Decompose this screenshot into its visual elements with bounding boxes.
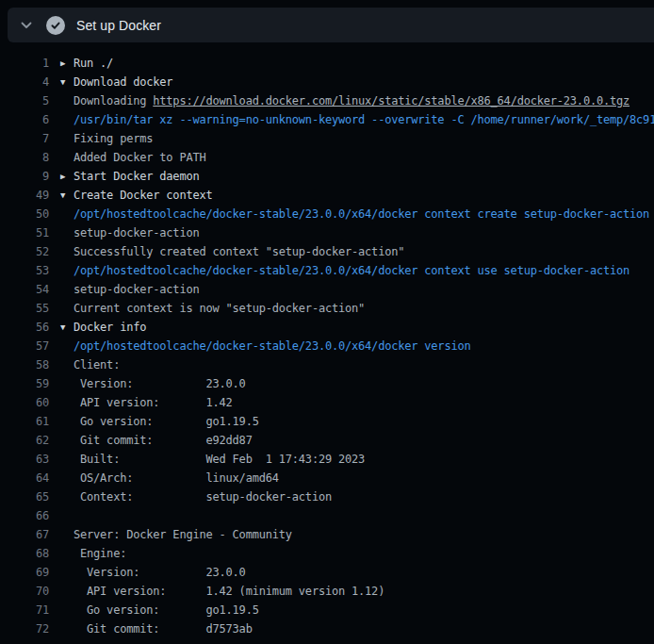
log-text-segment: Added Docker to PATH bbox=[74, 151, 206, 164]
line-number[interactable]: 8 bbox=[0, 151, 49, 164]
line-number[interactable]: 1 bbox=[0, 57, 49, 70]
line-number[interactable]: 50 bbox=[0, 207, 49, 221]
log-row: 64 OS/Arch: linux/amd64 bbox=[0, 469, 654, 487]
log-text-segment: /opt/hostedtoolcache/docker-stable/23.0.… bbox=[74, 339, 470, 353]
line-text: /opt/hostedtoolcache/docker-stable/23.0.… bbox=[49, 339, 470, 353]
line-text: Go version: go1.19.5 bbox=[49, 415, 259, 428]
line-number[interactable]: 52 bbox=[0, 245, 49, 258]
line-number[interactable]: 6 bbox=[0, 113, 49, 126]
log-text-segment: Start Docker daemon bbox=[74, 170, 199, 183]
line-text: Client: bbox=[49, 358, 120, 372]
line-number[interactable]: 51 bbox=[0, 226, 49, 239]
collapse-arrow-icon[interactable]: ▼ bbox=[60, 190, 74, 200]
line-text: Added Docker to PATH bbox=[49, 151, 206, 164]
line-text: Git commit: d7573ab bbox=[49, 622, 253, 636]
collapse-arrow-icon[interactable]: ▼ bbox=[60, 77, 74, 87]
expand-arrow-icon[interactable]: ▶ bbox=[60, 58, 74, 68]
log-url-link[interactable]: https://download.docker.com/linux/static… bbox=[153, 94, 629, 107]
line-text: Current context is now "setup-docker-act… bbox=[49, 302, 365, 315]
line-text: ▼Docker info bbox=[49, 321, 146, 334]
log-row: 55Current context is now "setup-docker-a… bbox=[0, 299, 654, 318]
line-number[interactable]: 57 bbox=[0, 339, 49, 353]
line-number[interactable]: 54 bbox=[0, 283, 49, 296]
line-number[interactable]: 65 bbox=[0, 490, 49, 504]
line-text: setup-docker-action bbox=[49, 283, 199, 296]
log-row: 61 Go version: go1.19.5 bbox=[0, 412, 654, 431]
log-row: 71 Go version: go1.19.5 bbox=[0, 601, 654, 619]
log-row: 60 API version: 1.42 bbox=[0, 393, 654, 412]
line-number[interactable]: 59 bbox=[0, 377, 49, 390]
log-row: 53/opt/hostedtoolcache/docker-stable/23.… bbox=[0, 261, 654, 280]
log-group-row[interactable]: 1▶Run ./ bbox=[0, 54, 654, 73]
log-text-segment: Docker info bbox=[74, 321, 146, 334]
log-group-row[interactable]: 4▼Download docker bbox=[0, 73, 654, 91]
log-text-segment: Current context is now "setup-docker-act… bbox=[74, 302, 365, 315]
line-number[interactable]: 5 bbox=[0, 94, 49, 107]
log-text-segment: Go version: go1.19.5 bbox=[74, 415, 259, 428]
line-text: API version: 1.42 (minimum version 1.12) bbox=[49, 585, 384, 598]
collapse-arrow-icon[interactable]: ▼ bbox=[60, 322, 74, 332]
line-text: Server: Docker Engine - Community bbox=[49, 528, 292, 541]
line-number[interactable]: 58 bbox=[0, 358, 49, 372]
line-text: ▶Run ./ bbox=[49, 57, 113, 70]
log-group-row[interactable]: 49▼Create Docker context bbox=[0, 186, 654, 205]
log-row: 66 bbox=[0, 506, 654, 525]
line-number[interactable]: 4 bbox=[0, 75, 49, 89]
line-text: Built: Wed Feb 1 17:43:29 2023 bbox=[49, 453, 365, 466]
line-text: Git commit: e92dd87 bbox=[49, 434, 253, 447]
line-number[interactable]: 53 bbox=[0, 264, 49, 277]
log-text-segment: setup-docker-action bbox=[74, 226, 199, 239]
log-text-segment: Server: Docker Engine - Community bbox=[74, 528, 292, 541]
line-text: Go version: go1.19.5 bbox=[49, 603, 259, 617]
log-text-segment: Context: setup-docker-action bbox=[74, 490, 332, 504]
log-row: 51setup-docker-action bbox=[0, 223, 654, 242]
line-number[interactable]: 55 bbox=[0, 302, 49, 315]
log-row: 52Successfully created context "setup-do… bbox=[0, 242, 654, 261]
line-text: /usr/bin/tar xz --warning=no-unknown-key… bbox=[49, 113, 654, 126]
line-number[interactable]: 68 bbox=[0, 547, 49, 560]
log-row: 6/usr/bin/tar xz --warning=no-unknown-ke… bbox=[0, 110, 654, 129]
line-number[interactable]: 9 bbox=[0, 170, 49, 183]
log-row: 62 Git commit: e92dd87 bbox=[0, 431, 654, 450]
log-text-segment: Engine: bbox=[74, 547, 126, 560]
log-text-segment: Go version: go1.19.5 bbox=[74, 603, 259, 617]
log-row: 67Server: Docker Engine - Community bbox=[0, 525, 654, 544]
log-text-segment: /usr/bin/tar xz --warning=no-unknown-key… bbox=[74, 113, 654, 126]
line-number[interactable]: 72 bbox=[0, 622, 49, 636]
line-number[interactable]: 56 bbox=[0, 321, 49, 334]
log-text-segment: API version: 1.42 (minimum version 1.12) bbox=[74, 585, 384, 598]
chevron-down-icon[interactable] bbox=[19, 18, 34, 33]
log-text-segment: Run ./ bbox=[74, 57, 113, 70]
line-number[interactable]: 60 bbox=[0, 396, 49, 409]
log-text-segment: Git commit: d7573ab bbox=[74, 622, 253, 636]
line-number[interactable]: 66 bbox=[0, 509, 49, 522]
line-number[interactable]: 64 bbox=[0, 471, 49, 485]
log-row: 69 Version: 23.0.0 bbox=[0, 563, 654, 582]
line-number[interactable]: 63 bbox=[0, 453, 49, 466]
line-number[interactable]: 71 bbox=[0, 603, 49, 617]
log-text-segment: Fixing perms bbox=[74, 132, 153, 145]
line-number[interactable]: 7 bbox=[0, 132, 49, 145]
line-text: OS/Arch: linux/amd64 bbox=[49, 471, 279, 485]
line-number[interactable]: 49 bbox=[0, 189, 49, 202]
log-row: 72 Git commit: d7573ab bbox=[0, 619, 654, 638]
line-number[interactable]: 62 bbox=[0, 434, 49, 447]
log-text-segment: Download docker bbox=[74, 75, 172, 89]
log-text-segment: Built: Wed Feb 1 17:43:29 2023 bbox=[74, 453, 365, 466]
log-row: 57/opt/hostedtoolcache/docker-stable/23.… bbox=[0, 337, 654, 355]
log-group-row[interactable]: 56▼Docker info bbox=[0, 318, 654, 337]
log-row: 63 Built: Wed Feb 1 17:43:29 2023 bbox=[0, 450, 654, 469]
line-text: Version: 23.0.0 bbox=[49, 566, 246, 579]
line-number[interactable]: 70 bbox=[0, 585, 49, 598]
log-row: 59 Version: 23.0.0 bbox=[0, 374, 654, 393]
log-row: 54setup-docker-action bbox=[0, 280, 654, 299]
line-number[interactable]: 67 bbox=[0, 528, 49, 541]
step-title: Set up Docker bbox=[76, 18, 161, 33]
step-header[interactable]: Set up Docker bbox=[8, 8, 654, 42]
expand-arrow-icon[interactable]: ▶ bbox=[60, 172, 74, 181]
log-group-row[interactable]: 9▶Start Docker daemon bbox=[0, 167, 654, 186]
line-number[interactable]: 69 bbox=[0, 566, 49, 579]
log-text-segment: Version: 23.0.0 bbox=[74, 377, 246, 390]
line-number[interactable]: 61 bbox=[0, 415, 49, 428]
log-text-segment: Create Docker context bbox=[74, 189, 213, 202]
